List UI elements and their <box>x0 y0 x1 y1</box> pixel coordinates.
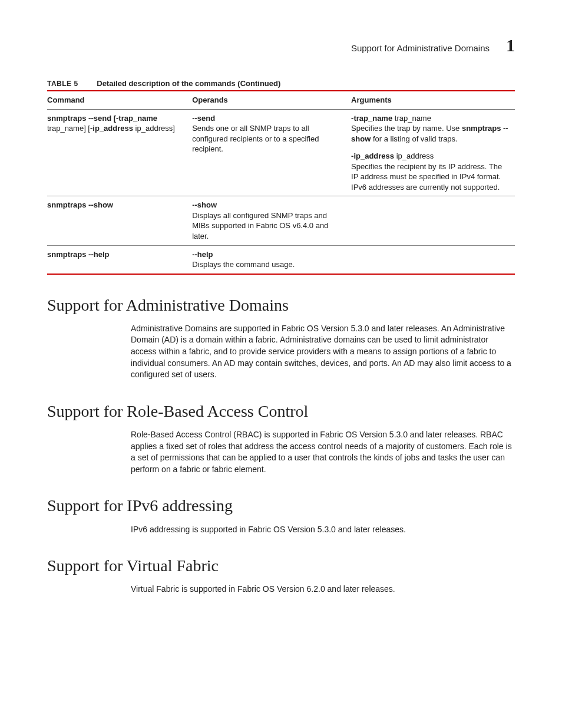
cell-operands: --show Displays all configured SNMP trap… <box>192 196 351 245</box>
table-row: snmptraps --help --help Displays the com… <box>47 245 515 274</box>
operand-description: Displays all configured SNMP traps and M… <box>192 210 345 242</box>
cell-arguments <box>351 196 515 245</box>
section-body: IPv6 addressing is supported in Fabric O… <box>131 524 515 536</box>
commands-table: Command Operands Arguments snmptraps --s… <box>47 90 515 275</box>
command-text: snmptraps --show <box>47 200 113 209</box>
argument-name: -ip_address <box>351 151 394 160</box>
command-text: snmptraps --help <box>47 250 109 259</box>
cell-command: snmptraps --show <box>47 196 192 245</box>
section-body: Virtual Fabric is supported in Fabric OS… <box>131 584 515 595</box>
argument-block: -ip_address ip_address Specifies the rec… <box>351 151 509 192</box>
col-arguments: Arguments <box>351 91 515 109</box>
operand-name: --send <box>192 114 215 123</box>
table-caption-text: Detailed description of the commands (Co… <box>97 79 280 88</box>
table-row: snmptraps --show --show Displays all con… <box>47 196 515 245</box>
table-row: snmptraps --send [-trap_name trap_name] … <box>47 109 515 196</box>
cell-arguments <box>351 245 515 274</box>
col-operands: Operands <box>192 91 351 109</box>
section-body: Administrative Domains are supported in … <box>131 323 515 381</box>
table-header-row: Command Operands Arguments <box>47 91 515 109</box>
command-text: -ip_address <box>90 124 133 133</box>
running-title: Support for Administrative Domains <box>351 43 490 53</box>
argument-block: -trap_name trap_name Specifies the trap … <box>351 113 509 144</box>
command-text: ip_address] <box>133 124 175 133</box>
page: Support for Administrative Domains 1 TAB… <box>0 0 562 728</box>
cell-command: snmptraps --help <box>47 245 192 274</box>
argument-value: ip_address <box>394 151 434 160</box>
operand-description: Displays the command usage. <box>192 259 345 270</box>
operand-name: --show <box>192 200 217 209</box>
argument-name: -trap_name <box>351 114 392 123</box>
command-text: trap_name] [ <box>47 124 90 133</box>
operand-description: Sends one or all SNMP traps to all confi… <box>192 123 345 154</box>
section-heading: Support for Administrative Domains <box>47 296 515 315</box>
cell-operands: --help Displays the command usage. <box>192 245 351 274</box>
cell-command: snmptraps --send [-trap_name trap_name] … <box>47 109 192 196</box>
operand-name: --help <box>192 250 213 259</box>
running-header: Support for Administrative Domains 1 <box>47 35 515 55</box>
table-caption: TABLE 5 Detailed description of the comm… <box>47 79 515 88</box>
cell-operands: --send Sends one or all SNMP traps to al… <box>192 109 351 196</box>
argument-description: Specifies the recipient by its IP addres… <box>351 162 509 193</box>
command-text: snmptraps --send [-trap_name <box>47 114 157 123</box>
argument-value: trap_name <box>392 114 431 123</box>
col-command: Command <box>47 91 192 109</box>
chapter-number: 1 <box>506 35 515 55</box>
section-heading: Support for Role-Based Access Control <box>47 402 515 421</box>
section-heading: Support for Virtual Fabric <box>47 556 515 575</box>
section-body: Role-Based Access Control (RBAC) is supp… <box>131 429 515 475</box>
table-label: TABLE 5 <box>47 80 78 88</box>
section-heading: Support for IPv6 addressing <box>47 496 515 515</box>
argument-description: Specifies the trap by name. Use snmptrap… <box>351 123 509 144</box>
cell-arguments: -trap_name trap_name Specifies the trap … <box>351 109 515 196</box>
